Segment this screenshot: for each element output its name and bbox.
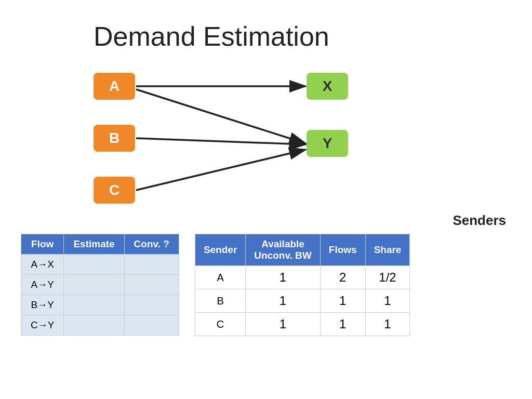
conv-col-header: Conv. ? <box>124 234 179 255</box>
node-Y: Y <box>307 130 348 157</box>
node-B: B <box>94 125 135 152</box>
sender-cell: B <box>195 289 245 313</box>
conv-cell <box>124 295 179 315</box>
flow-cell: B→Y <box>21 295 64 315</box>
share-col-header: Share <box>365 234 410 266</box>
share-cell: 1 <box>365 313 410 336</box>
sender-col-header: Sender <box>195 234 245 266</box>
sender-row-B: B 1 1 1 <box>195 289 410 313</box>
bw-cell: 1 <box>246 266 320 289</box>
sender-row-C: C 1 1 1 <box>195 313 410 336</box>
estimate-cell <box>64 275 124 295</box>
bw-cell: 1 <box>246 289 320 313</box>
conv-cell <box>124 315 179 336</box>
node-A: A <box>94 73 135 100</box>
bottom-section: Flow Estimate Conv. ? A→X A→Y B→Y <box>21 234 511 336</box>
table-row: A→Y <box>21 275 179 295</box>
node-X: X <box>307 73 348 100</box>
table-row: C→Y <box>21 315 179 336</box>
flows-cell: 1 <box>320 313 365 336</box>
page-title: Demand Estimation <box>94 21 511 52</box>
estimate-cell <box>64 315 124 336</box>
svg-line-4 <box>136 150 305 190</box>
sender-cell: A <box>195 266 245 289</box>
table-row: A→X <box>21 255 179 275</box>
share-cell: 1 <box>365 289 410 313</box>
table-row: B→Y <box>21 295 179 315</box>
flows-cell: 2 <box>320 266 365 289</box>
senders-label: Senders <box>453 212 506 229</box>
share-cell: 1/2 <box>365 266 410 289</box>
flow-cell: C→Y <box>21 315 64 336</box>
flow-cell: A→Y <box>21 275 64 295</box>
sender-table: Sender AvailableUnconv. BW Flows Share A… <box>195 234 410 336</box>
flow-col-header: Flow <box>21 234 64 255</box>
flows-col-header: Flows <box>320 234 365 266</box>
node-C: C <box>94 177 135 204</box>
sender-row-A: A 1 2 1/2 <box>195 266 410 289</box>
flows-cell: 1 <box>320 289 365 313</box>
conv-cell <box>124 255 179 275</box>
bw-col-header: AvailableUnconv. BW <box>246 234 320 266</box>
flow-cell: A→X <box>21 255 64 275</box>
diagram-area: A B C X Y Senders <box>21 68 511 229</box>
estimate-cell <box>64 295 124 315</box>
bw-cell: 1 <box>246 313 320 336</box>
estimate-cell <box>64 255 124 275</box>
estimate-col-header: Estimate <box>64 234 124 255</box>
svg-line-2 <box>136 89 305 143</box>
conv-cell <box>124 275 179 295</box>
flow-table: Flow Estimate Conv. ? A→X A→Y B→Y <box>21 234 179 336</box>
svg-line-3 <box>136 138 305 144</box>
sender-cell: C <box>195 313 245 336</box>
page: Demand Estimation A B C X Y Senders <box>0 0 532 399</box>
